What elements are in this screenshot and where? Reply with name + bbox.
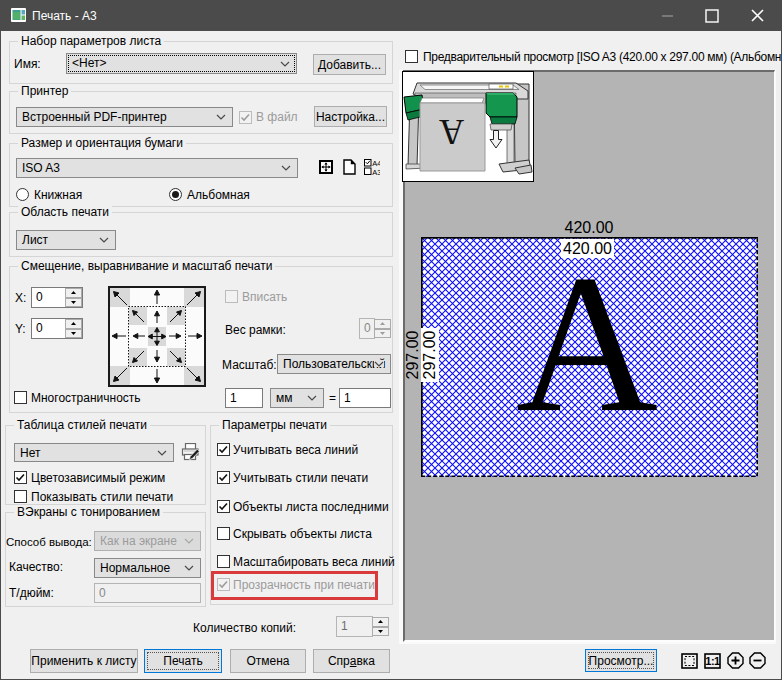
svg-text:A: A	[438, 112, 464, 151]
svg-text:A3: A3	[372, 168, 380, 176]
svg-text:1:1: 1:1	[705, 655, 720, 667]
